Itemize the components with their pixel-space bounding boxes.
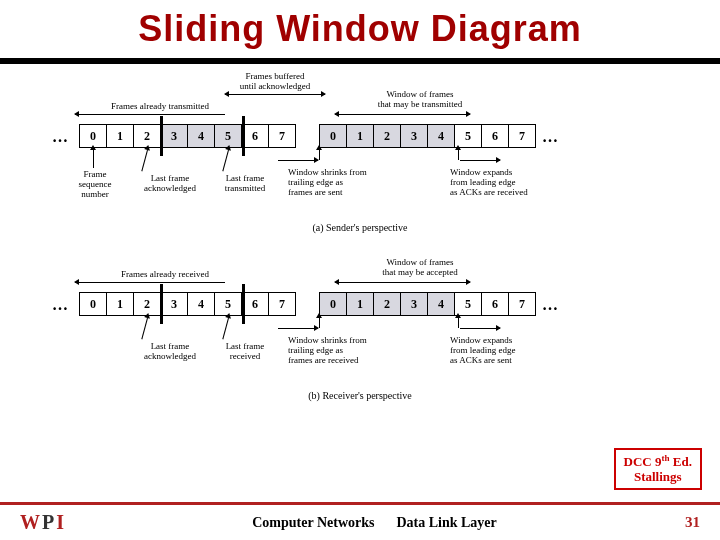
receiver-cells-left: 0 1 2 3 4 5 6 7	[80, 292, 296, 316]
label-expand-s: Window expandsfrom leading edgeas ACKs a…	[450, 168, 565, 198]
vbar-ack-recv	[160, 284, 163, 324]
cell: 3	[400, 292, 428, 316]
label-received: Frames already received	[100, 270, 230, 280]
footer-titles: Computer Networks Data Link Layer	[252, 515, 497, 531]
label-lastrx: Last framereceived	[215, 342, 275, 362]
label-lastack-r: Last frameacknowledged	[138, 342, 202, 362]
dots-right-2: …	[542, 296, 560, 314]
slide-title: Sliding Window Diagram	[138, 8, 582, 50]
ptr-lastack-s	[141, 150, 148, 172]
arrow-shrink-s	[278, 160, 318, 161]
slide-footer: WPI Computer Networks Data Link Layer 31	[0, 502, 720, 540]
footer-topic: Data Link Layer	[396, 515, 496, 531]
sender-cells-left: 0 1 2 3 4 5 6 7	[80, 124, 296, 148]
cell: 2	[373, 124, 401, 148]
arrow-expand-s	[460, 160, 500, 161]
dots-left-1: …	[52, 128, 70, 146]
label-transmitted: Frames already transmitted	[90, 102, 230, 112]
cell: 6	[481, 124, 509, 148]
ptr-lastack-r	[141, 318, 148, 340]
label-lasttx: Last frametransmitted	[215, 174, 275, 194]
logo-i: I	[56, 511, 64, 534]
caption-receiver: (b) Receiver's perspective	[30, 390, 690, 401]
cell: 3	[160, 124, 188, 148]
label-shrink-r: Window shrinks fromtrailing edge asframe…	[288, 336, 393, 366]
ptr-shrink-s	[319, 150, 320, 160]
bracket-window-send	[335, 114, 470, 115]
bracket-window-recv	[335, 282, 470, 283]
sender-cells-right: 0 1 2 3 4 5 6 7	[320, 124, 536, 148]
cell: 3	[400, 124, 428, 148]
label-shrink-s: Window shrinks fromtrailing edge asframe…	[288, 168, 393, 198]
cell: 0	[79, 292, 107, 316]
cell: 6	[241, 124, 269, 148]
cell: 1	[106, 124, 134, 148]
cell: 4	[187, 124, 215, 148]
label-seqnum: Framesequencenumber	[70, 170, 120, 200]
logo-p: P	[42, 511, 54, 534]
cell: 7	[508, 124, 536, 148]
arrow-transmitted	[75, 114, 225, 115]
wpi-logo: WPI	[20, 511, 64, 534]
diagram-area: Frames buffereduntil acknowledged Frames…	[30, 72, 690, 462]
page-number: 31	[685, 514, 700, 531]
arrow-expand-r	[460, 328, 500, 329]
vbar-ack-sender	[160, 116, 163, 156]
bracket-buffered	[225, 94, 325, 95]
vbar-tx-sender	[242, 116, 245, 156]
cell: 7	[268, 292, 296, 316]
cell: 4	[427, 292, 455, 316]
arrow-received	[75, 282, 225, 283]
cell: 2	[373, 292, 401, 316]
source-citation: DCC 9th Ed. Stallings	[614, 448, 702, 490]
label-lastack-s: Last frameacknowledged	[138, 174, 202, 194]
ptr-lastrx	[222, 318, 229, 340]
caption-sender: (a) Sender's perspective	[30, 222, 690, 233]
cell: 7	[268, 124, 296, 148]
label-buffered: Frames buffereduntil acknowledged	[230, 72, 320, 92]
label-window-send: Window of framesthat may be transmitted	[360, 90, 480, 110]
dots-left-2: …	[52, 296, 70, 314]
logo-w: W	[20, 511, 40, 534]
cell: 6	[481, 292, 509, 316]
cell: 4	[187, 292, 215, 316]
cell: 0	[319, 124, 347, 148]
cell: 0	[319, 292, 347, 316]
label-expand-r: Window expandsfrom leading edgeas ACKs a…	[450, 336, 565, 366]
cell: 3	[160, 292, 188, 316]
ptr-shrink-r	[319, 318, 320, 328]
arrow-shrink-r	[278, 328, 318, 329]
footer-course: Computer Networks	[252, 515, 374, 531]
slide-header: Sliding Window Diagram	[0, 0, 720, 64]
dots-right-1: …	[542, 128, 560, 146]
ptr-expand-s	[458, 150, 459, 160]
cell: 1	[106, 292, 134, 316]
ptr-lasttx	[222, 150, 229, 172]
cell: 1	[346, 124, 374, 148]
label-window-recv: Window of framesthat may be accepted	[360, 258, 480, 278]
cell: 4	[427, 124, 455, 148]
cell: 6	[241, 292, 269, 316]
cell: 7	[508, 292, 536, 316]
cell: 1	[346, 292, 374, 316]
ptr-expand-r	[458, 318, 459, 328]
receiver-cells-right: 0 1 2 3 4 5 6 7	[320, 292, 536, 316]
ptr-seqnum	[93, 150, 94, 168]
vbar-rx-recv	[242, 284, 245, 324]
